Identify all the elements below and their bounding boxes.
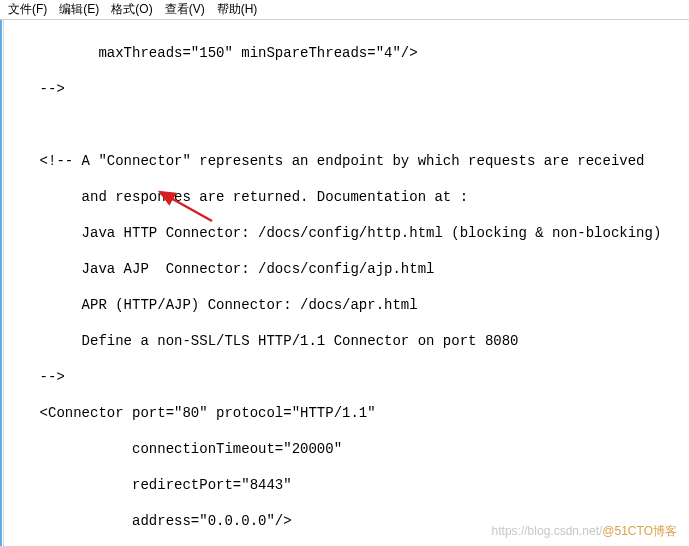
code-line: Java AJP Connector: /docs/config/ajp.htm…	[6, 260, 689, 278]
code-line: -->	[6, 80, 689, 98]
code-line: -->	[6, 368, 689, 386]
code-line: <Connector port="80" protocol="HTTP/1.1"	[6, 404, 689, 422]
watermark: https://blog.csdn.net/@51CTO博客	[492, 523, 677, 540]
code-line: maxThreads="150" minSpareThreads="4"/>	[6, 44, 689, 62]
code-line: redirectPort="8443"	[6, 476, 689, 494]
code-line: APR (HTTP/AJP) Connector: /docs/apr.html	[6, 296, 689, 314]
text-editor-area[interactable]: maxThreads="150" minSpareThreads="4"/> -…	[0, 20, 689, 546]
code-line: <!-- A "Connector" represents an endpoin…	[6, 152, 689, 170]
code-line: Java HTTP Connector: /docs/config/http.h…	[6, 224, 689, 242]
menubar: 文件(F) 编辑(E) 格式(O) 查看(V) 帮助(H)	[0, 0, 689, 20]
menu-view[interactable]: 查看(V)	[159, 1, 211, 18]
menu-file[interactable]: 文件(F)	[2, 1, 53, 18]
code-line: Define a non-SSL/TLS HTTP/1.1 Connector …	[6, 332, 689, 350]
watermark-left: https://blog.csdn.net/	[492, 524, 603, 538]
code-line: connectionTimeout="20000"	[6, 440, 689, 458]
code-line: and responses are returned. Documentatio…	[6, 188, 689, 206]
menu-help[interactable]: 帮助(H)	[211, 1, 264, 18]
menu-format[interactable]: 格式(O)	[105, 1, 158, 18]
watermark-right: @51CTO博客	[602, 524, 677, 538]
menu-edit[interactable]: 编辑(E)	[53, 1, 105, 18]
